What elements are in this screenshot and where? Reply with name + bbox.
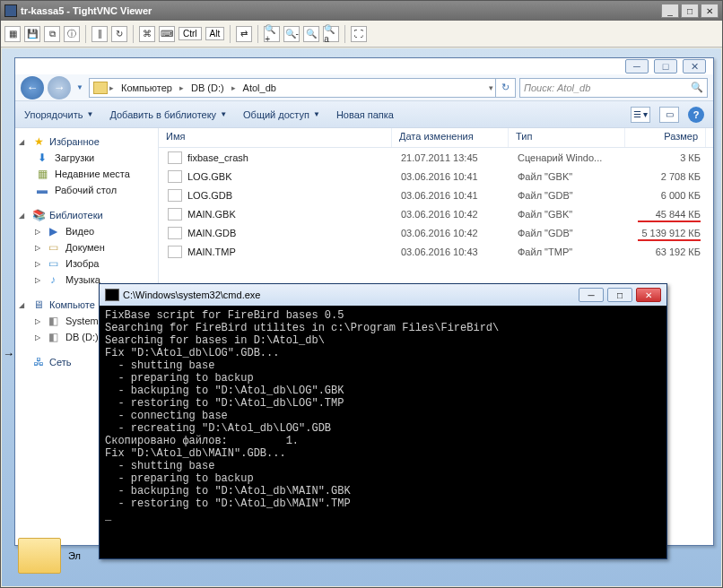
file-icon (168, 227, 182, 239)
desktop-folder-label: Эл (68, 550, 81, 561)
vnc-tb-options[interactable]: ⧉ (44, 26, 60, 42)
col-type[interactable]: Тип (509, 128, 625, 147)
file-date: 03.06.2016 10:42 (394, 209, 510, 220)
vnc-tb-refresh[interactable]: ↻ (111, 26, 127, 42)
vnc-tb-transfer[interactable]: ⇄ (236, 26, 252, 42)
sidebar-item-recent[interactable]: ▦Недавние места (19, 166, 154, 182)
sidebar-item-desktop[interactable]: ▬Рабочий стол (19, 182, 154, 198)
file-icon (168, 151, 182, 164)
nav-back-button[interactable]: ← (21, 76, 44, 99)
explorer-command-bar: Упорядочить▼ Добавить в библиотеку▼ Общи… (15, 101, 713, 128)
preview-pane-button[interactable]: ▭ (659, 107, 679, 123)
vnc-tb-keys[interactable]: ⌨ (159, 26, 175, 42)
breadcrumb[interactable]: ▸ Компьютер ▸ DB (D:) ▸ Atol_db ▾ ↻ (89, 78, 516, 98)
vnc-tb-new[interactable]: ▦ (4, 26, 21, 42)
vnc-tb-cad[interactable]: ⌘ (139, 26, 155, 42)
desktop-folder-icon[interactable] (18, 538, 61, 574)
help-button[interactable]: ? (688, 107, 704, 123)
file-row[interactable]: MAIN.TMP03.06.2016 10:43Файл "TMP"63 192… (159, 242, 713, 261)
remote-desktop: → ─ □ ✕ ← → ▼ ▸ Компьютер ▸ DB (D:) ▸ At (2, 48, 721, 586)
search-input[interactable]: Поиск: Atol_db 🔍 (519, 78, 708, 98)
vnc-tb-alt[interactable]: Alt (205, 27, 225, 40)
highlight-underline (638, 220, 701, 222)
music-icon: ♪ (46, 273, 60, 286)
file-icon (168, 246, 182, 258)
file-row[interactable]: MAIN.GDB03.06.2016 10:42Файл "GDB"5 139 … (159, 223, 713, 242)
col-name[interactable]: Имя (159, 128, 392, 147)
nav-history-dropdown[interactable]: ▼ (74, 83, 85, 91)
cmd-icon (105, 289, 119, 301)
vnc-tb-ctrl[interactable]: Ctrl (179, 27, 202, 40)
file-row[interactable]: LOG.GDB03.06.2016 10:41Файл "GDB"6 000 К… (159, 186, 713, 204)
file-row[interactable]: MAIN.GBK03.06.2016 10:42Файл "GBK"45 844… (159, 204, 713, 223)
file-size: 2 708 КБ (627, 171, 708, 182)
file-date: 03.06.2016 10:41 (394, 190, 510, 201)
vnc-titlebar[interactable]: tr-kassa5 - TightVNC Viewer _ □ ✕ (1, 1, 722, 21)
refresh-button[interactable]: ↻ (495, 78, 515, 98)
cmd-title: C:\Windows\system32\cmd.exe (123, 290, 579, 300)
nav-forward-button[interactable]: → (48, 76, 71, 99)
vnc-tb-info[interactable]: ⓘ (64, 26, 80, 42)
file-type: Файл "GDB" (510, 228, 627, 238)
breadcrumb-seg-2[interactable]: Atol_db (238, 82, 282, 93)
sidebar-item-pictures[interactable]: ▷▭Изобра (19, 255, 154, 272)
search-icon: 🔍 (691, 82, 703, 93)
col-date[interactable]: Дата изменения (392, 128, 509, 147)
sidebar-favorites-header[interactable]: ◢★Избранное (19, 134, 154, 150)
breadcrumb-dropdown[interactable]: ▾ (489, 83, 493, 92)
vnc-app-icon (4, 4, 17, 17)
view-mode-button[interactable]: ☰ ▾ (631, 107, 650, 123)
file-date: 03.06.2016 10:42 (394, 228, 510, 238)
file-type: Файл "GBK" (510, 171, 627, 182)
sidebar-item-video[interactable]: ▷▶Видео (19, 223, 154, 239)
file-type: Файл "GBK" (510, 209, 627, 220)
explorer-navbar: ← → ▼ ▸ Компьютер ▸ DB (D:) ▸ Atol_db ▾ … (15, 74, 713, 101)
vnc-title: tr-kassa5 - TightVNC Viewer (21, 5, 661, 16)
cmd-share[interactable]: Общий доступ▼ (243, 109, 320, 120)
file-icon (168, 208, 182, 220)
vnc-tb-zoom-auto[interactable]: 🔍a (323, 26, 339, 42)
file-type: Файл "GDB" (510, 190, 627, 201)
file-row[interactable]: LOG.GBK03.06.2016 10:41Файл "GBK"2 708 К… (159, 167, 713, 186)
file-name: LOG.GDB (187, 190, 232, 201)
explorer-close-button[interactable]: ✕ (683, 59, 706, 74)
file-type: Файл "TMP" (510, 246, 627, 257)
file-icon (168, 189, 182, 202)
desktop-icon: ▬ (35, 184, 49, 196)
cmd-titlebar[interactable]: C:\Windows\system32\cmd.exe ─ □ ✕ (100, 284, 666, 306)
sidebar-item-documents[interactable]: ▷▭Докумен (19, 239, 154, 255)
vnc-tb-fullscreen[interactable]: ⛶ (351, 26, 367, 42)
cmd-new-folder[interactable]: Новая папка (336, 109, 394, 120)
cmd-minimize-button[interactable]: ─ (579, 288, 604, 302)
col-size[interactable]: Размер (625, 128, 706, 147)
library-icon: 📚 (31, 209, 46, 221)
pictures-icon: ▭ (46, 257, 60, 270)
vnc-tb-zoom-100[interactable]: 🔍 (303, 26, 319, 42)
cmd-maximize-button[interactable]: □ (607, 288, 632, 302)
search-placeholder: Поиск: Atol_db (524, 82, 590, 93)
cmd-add-library[interactable]: Добавить в библиотеку▼ (109, 109, 227, 120)
cmd-close-button[interactable]: ✕ (636, 288, 661, 302)
sidebar-item-downloads[interactable]: ⬇Загрузки (19, 150, 154, 166)
arrow-marker: → (3, 347, 14, 360)
breadcrumb-seg-0[interactable]: Компьютер (116, 82, 178, 93)
vnc-tb-pause[interactable]: ‖ (91, 26, 108, 42)
vnc-minimize-button[interactable]: _ (661, 4, 679, 18)
video-icon: ▶ (46, 225, 60, 238)
explorer-minimize-button[interactable]: ─ (625, 59, 649, 74)
vnc-tb-zoom-out[interactable]: 🔍- (283, 26, 300, 42)
cmd-window: C:\Windows\system32\cmd.exe ─ □ ✕ FixBas… (99, 283, 667, 559)
file-size: 3 КБ (627, 152, 708, 163)
sidebar-libraries-header[interactable]: ◢📚Библиотеки (19, 207, 154, 223)
vnc-tb-zoom-in[interactable]: 🔍+ (264, 26, 280, 42)
file-icon (168, 170, 182, 183)
vnc-maximize-button[interactable]: □ (681, 4, 699, 18)
vnc-tb-save[interactable]: 💾 (24, 26, 40, 42)
breadcrumb-seg-1[interactable]: DB (D:) (186, 82, 230, 93)
file-date: 03.06.2016 10:43 (394, 246, 510, 257)
cmd-organize[interactable]: Упорядочить▼ (24, 109, 93, 120)
explorer-maximize-button[interactable]: □ (654, 59, 677, 74)
file-name: MAIN.GBK (187, 209, 236, 220)
file-row[interactable]: fixbase_crash21.07.2011 13:45Сценарий Wi… (159, 148, 713, 167)
vnc-close-button[interactable]: ✕ (701, 4, 719, 18)
